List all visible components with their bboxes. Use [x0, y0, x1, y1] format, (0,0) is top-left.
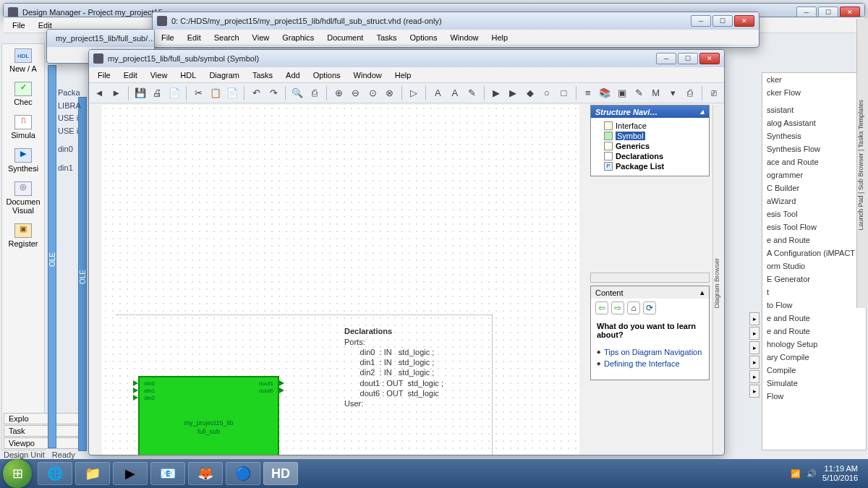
home-icon[interactable]: ⌂ [627, 301, 640, 314]
maximize-button[interactable]: ☐ [818, 7, 838, 17]
menu-item[interactable]: Window [348, 69, 388, 81]
toolbar-button[interactable]: A [430, 85, 445, 101]
task-list-row[interactable]: hnology Setup [762, 338, 866, 351]
symbol-block[interactable]: my_project15_lib full_sub din0 din1 din2… [138, 376, 279, 455]
partial-titlebar[interactable]: my_project15_lib/full_sub/… [47, 30, 154, 47]
nav-item-declarations[interactable]: Declarations [604, 151, 706, 161]
dm-item-new[interactable]: HDLNew / A [2, 44, 44, 77]
toolbar-button[interactable]: 📄 [225, 85, 239, 101]
menu-item[interactable]: Window [444, 32, 484, 43]
menu-item[interactable]: Document [321, 32, 369, 43]
menu-item[interactable]: Help [389, 69, 417, 81]
menu-item[interactable]: File [156, 32, 180, 43]
sidebar-btn[interactable]: ▸ [749, 327, 760, 340]
hscroll[interactable] [590, 273, 710, 283]
task-list-row[interactable]: C Builder [762, 181, 866, 194]
minimize-button[interactable]: ─ [656, 53, 676, 64]
toolbar-button[interactable]: ▶ [488, 85, 503, 101]
taskbar-item[interactable]: 📁 [75, 462, 110, 485]
taskbar-item[interactable]: 🦊 [188, 462, 223, 485]
menu-item[interactable]: Diagram [203, 69, 245, 81]
tab-viewpoint[interactable]: Viewpo [4, 437, 83, 449]
menu-item[interactable]: Help [486, 32, 514, 43]
task-list-row[interactable]: esis Tool Flow [762, 221, 866, 234]
sidebar-btn[interactable]: ▸ [749, 312, 760, 325]
nav-item-interface[interactable]: Interface [604, 121, 706, 131]
sidebar-btn[interactable]: ▸ [749, 356, 760, 369]
maximize-button[interactable]: ☐ [678, 53, 698, 64]
toolbar-button[interactable]: ⊕ [331, 85, 346, 101]
task-list-row[interactable]: orm Studio [762, 260, 866, 273]
toolbar-button[interactable]: ↶ [249, 85, 263, 101]
task-list-row[interactable]: A Configuration (iMPACT [762, 247, 866, 260]
menu-item[interactable]: Tasks [247, 69, 278, 81]
taskbar-item[interactable]: ▶ [113, 462, 148, 485]
dm-item-doc[interactable]: ◎Documen Visual [2, 177, 44, 219]
dm-item-check[interactable]: ✓Chec [2, 77, 44, 111]
menu-item[interactable]: Graphics [276, 32, 320, 43]
toolbar-button[interactable]: ↷ [266, 85, 281, 101]
toolbar-button[interactable]: ⎙ [307, 85, 322, 101]
toolbar-button[interactable]: ○ [540, 85, 554, 101]
toolbar-button[interactable]: M [648, 85, 663, 101]
toolbar-button[interactable]: ⎙ [682, 85, 697, 101]
task-list-row[interactable]: Simulate [762, 377, 866, 390]
task-list-row[interactable]: t [762, 286, 866, 299]
task-list-row[interactable]: Compile [762, 364, 866, 377]
tab-task[interactable]: Task [4, 425, 83, 437]
task-list-row[interactable]: ogrammer [762, 168, 866, 181]
task-list-row[interactable]: e and Route [762, 325, 866, 338]
dm-item-synth[interactable]: ▶Synthesi [2, 144, 44, 177]
taskbar-item[interactable]: 🔵 [226, 462, 260, 485]
toolbar-button[interactable]: ▣ [615, 85, 629, 101]
task-list-row[interactable]: ace and Route [762, 155, 866, 168]
diagram-browser-tab[interactable]: Diagram Browser [712, 105, 723, 455]
toolbar-button[interactable]: ▾ [665, 85, 680, 101]
refresh-icon[interactable]: ⟳ [643, 301, 656, 314]
back-icon[interactable]: ⇦ [595, 301, 608, 314]
right-vertical-tabs[interactable]: Launch Pad | Sub Browser | Tasks Templat… [856, 19, 868, 308]
toolbar-button[interactable]: ► [109, 85, 123, 101]
sidebar-btn[interactable]: ▸ [749, 341, 760, 354]
symbol-canvas[interactable]: Declarations Ports: din0 : IN std_logic … [102, 105, 579, 455]
toolbar-button[interactable]: ▶ [506, 85, 520, 101]
task-list-row[interactable]: ssistant [762, 103, 866, 116]
collapse-icon[interactable]: ▴ [700, 288, 705, 297]
nav-item-generics[interactable]: Generics [604, 141, 706, 151]
help-link[interactable]: Tips on Diagram Navigation [597, 346, 703, 358]
menu-item[interactable]: HDL [174, 69, 202, 81]
toolbar-button[interactable]: ✂ [191, 85, 205, 101]
menu-item[interactable]: Add [280, 69, 306, 81]
toolbar-button[interactable]: ◆ [522, 85, 537, 101]
pin-out[interactable]: dout1 [259, 380, 273, 387]
menu-item[interactable]: Tasks [370, 32, 402, 43]
sidebar-btn[interactable]: ▸ [749, 370, 760, 383]
sidebar-btn[interactable]: ▸ [749, 385, 760, 398]
task-list-row[interactable]: Synthesis [762, 129, 866, 142]
menu-item[interactable]: Edit [118, 69, 143, 81]
task-list-row[interactable]: alog Assistant [762, 116, 866, 129]
taskbar-item-active[interactable]: HD [263, 462, 298, 485]
start-button[interactable]: ⊞ [3, 459, 32, 488]
task-list-row[interactable]: cker [762, 73, 866, 86]
task-list-row[interactable]: e and Route [762, 312, 866, 325]
task-list-row[interactable]: esis Tool [762, 207, 866, 221]
pin-in[interactable]: din0 [144, 380, 155, 387]
task-list-row[interactable]: Synthesis Flow [762, 142, 866, 155]
tray-icon[interactable]: 📶 [791, 469, 801, 479]
toolbar-button[interactable]: ⊗ [382, 85, 396, 101]
pin-in[interactable]: din1 [144, 388, 155, 394]
forward-icon[interactable]: ⇨ [611, 301, 624, 314]
toolbar-button[interactable]: A [448, 85, 462, 101]
pin-in[interactable]: din2 [144, 395, 155, 401]
toolbar-button[interactable]: 📚 [597, 85, 612, 101]
toolbar-button[interactable]: 📋 [208, 85, 223, 101]
task-list-row[interactable]: to Flow [762, 299, 866, 312]
task-list-row[interactable]: aWizard [762, 194, 866, 207]
task-list-row[interactable]: e and Route [762, 234, 866, 247]
task-list-row[interactable]: cker Flow [762, 86, 866, 99]
tray-icon[interactable]: 🔊 [807, 469, 817, 479]
menu-item[interactable]: View [247, 32, 276, 43]
toolbar-button[interactable]: ✎ [631, 85, 646, 101]
toolbar-button[interactable]: 🔍 [290, 85, 305, 101]
